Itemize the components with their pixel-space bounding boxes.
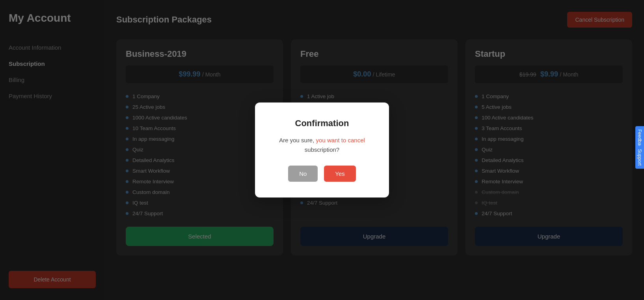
modal-yes-button[interactable]: Yes	[324, 166, 356, 182]
modal-message-highlight: you want to cancel	[316, 137, 365, 143]
confirmation-modal: Confirmation Are you sure, you want to c…	[255, 102, 389, 198]
feedback-tab-2[interactable]: Support	[635, 146, 644, 169]
modal-message-end: subscription?	[305, 146, 339, 153]
modal-message: Are you sure, you want to cancel subscri…	[275, 136, 369, 155]
modal-overlay: Confirmation Are you sure, you want to c…	[0, 0, 644, 300]
modal-message-plain: Are you sure,	[279, 137, 316, 143]
modal-buttons: No Yes	[275, 166, 369, 182]
modal-title: Confirmation	[275, 118, 369, 129]
modal-no-button[interactable]: No	[288, 166, 318, 182]
